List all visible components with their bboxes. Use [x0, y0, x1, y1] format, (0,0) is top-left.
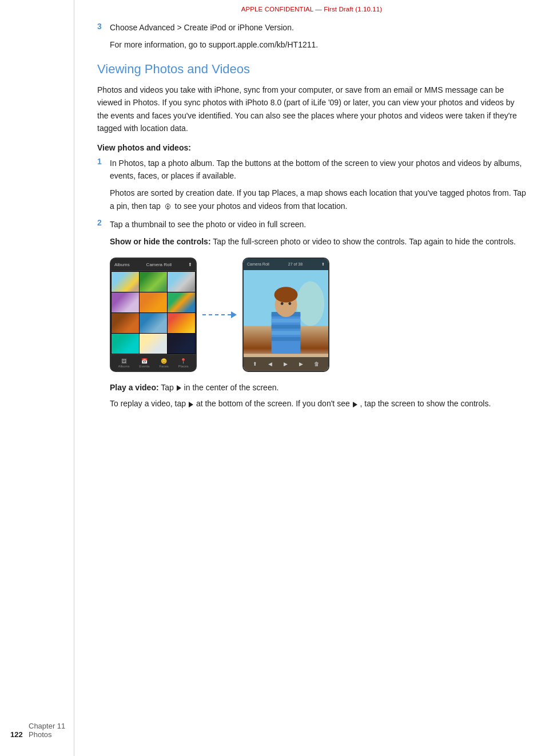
play-text: Tap: [161, 383, 176, 392]
step-2-num: 2: [97, 218, 108, 227]
svg-point-13: [274, 287, 298, 302]
replay-text-3: , tap the screen to show the controls.: [360, 399, 491, 408]
full-header-icon: ⬆: [321, 262, 325, 267]
iphone-full-footer: ⬆ ◀ ▶ ▶ 🗑: [244, 357, 328, 371]
dotted-arrow: [202, 311, 237, 318]
image-row: Albums Camera Roll ⬆: [110, 258, 526, 372]
chapter-label: Chapter 11 Photos: [29, 722, 74, 739]
arrow-connector: [197, 311, 242, 318]
grid-header-title: Camera Roll: [146, 262, 172, 267]
svg-point-14: [281, 302, 284, 305]
numbered-step-1: 1 In Photos, tap a photo album. Tap the …: [97, 157, 526, 183]
page-number: 122: [10, 730, 23, 739]
grid-cell-11: [140, 334, 167, 354]
replay-para: To replay a video, tap at the bottom of …: [110, 397, 526, 410]
numbered-step-2: 2 Tap a thumbnail to see the photo or vi…: [97, 218, 526, 231]
section-intro: Photos and videos you take with iPhone, …: [97, 84, 526, 135]
grid-cell-12: [168, 334, 195, 354]
content-area: APPLE CONFIDENTIAL — First Draft (1.10.1…: [74, 0, 549, 756]
ctrl-prev: ◀: [268, 361, 272, 367]
step-3: 3 Choose Advanced > Create iPod or iPhon…: [97, 22, 526, 34]
svg-rect-8: [272, 319, 301, 323]
iphone-full-header: Camera Roll 27 of 38 ⬆: [244, 259, 328, 270]
full-header-title: Camera Roll: [247, 262, 269, 266]
show-hide-label: Show or hide the controls:: [110, 237, 211, 246]
show-hide-text: Tap the full-screen photo or video to sh…: [213, 237, 516, 246]
footer-albums: 🖼 Albums: [118, 358, 129, 368]
grid-cell-4: [112, 292, 139, 312]
play-para: Play a video: Tap in the center of the s…: [110, 381, 526, 394]
step-2-text: Tap a thumbnail to see the photo or vide…: [110, 218, 526, 231]
ctrl-play: ▶: [284, 361, 288, 367]
footer-faces: 😊 Faces: [159, 358, 168, 368]
iphone-fullscreen-screenshot: Camera Roll 27 of 38 ⬆: [242, 258, 329, 372]
person-photo-svg: [244, 258, 328, 372]
ctrl-trash: 🗑: [314, 361, 319, 367]
subsection-title: View photos and videos:: [97, 143, 526, 152]
grid-cell-6: [168, 292, 195, 312]
iphone-grid-screenshot: Albums Camera Roll ⬆: [110, 258, 197, 372]
step-1-indent: Photos are sorted by creation date. If y…: [110, 187, 526, 212]
replay-play-icon-2: [353, 402, 357, 407]
replay-text-1: To replay a video, tap: [110, 399, 188, 408]
iphone-grid-footer: 🖼 Albums 📅 Events 😊 Faces 📍 Places: [111, 354, 196, 371]
play-text-2: in the center of the screen.: [184, 383, 279, 392]
grid-cell-5: [140, 292, 167, 312]
svg-point-1: [167, 205, 169, 207]
footer-events: 📅 Events: [139, 358, 149, 368]
grid-header-icon: ⬆: [188, 262, 192, 267]
left-margin: 122 Chapter 11 Photos: [0, 0, 74, 756]
replay-play-icon: [189, 402, 193, 407]
grid-cell-7: [112, 313, 139, 333]
step-3-number: 3: [97, 22, 110, 31]
svg-rect-10: [272, 331, 301, 335]
iphone-grid-header: Albums Camera Roll ⬆: [111, 259, 196, 271]
grid-cell-8: [140, 313, 167, 333]
ctrl-share: ⬆: [253, 361, 257, 367]
photo-main: [244, 259, 328, 371]
show-hide-indent: Show or hide the controls: Tap the full-…: [110, 235, 526, 248]
arrow-head: [231, 311, 237, 318]
more-info: For more information, go to support.appl…: [110, 39, 526, 52]
full-header-count: 27 of 38: [288, 262, 303, 266]
ctrl-next: ▶: [299, 361, 303, 367]
grid-header-albums: Albums: [114, 262, 130, 267]
grid-cell-3: [168, 272, 195, 292]
location-icon: [163, 201, 175, 211]
grid-cell-9: [168, 313, 195, 333]
play-label: Play a video:: [110, 383, 159, 392]
grid-cell-2: [140, 272, 167, 292]
grid-photos: [111, 271, 196, 354]
svg-point-5: [297, 281, 325, 326]
step-1-num: 1: [97, 157, 108, 166]
section-title: Viewing Photos and Videos: [97, 61, 526, 78]
footer-places: 📍 Places: [178, 358, 189, 368]
svg-rect-11: [272, 337, 301, 341]
step-3-text: Choose Advanced > Create iPod or iPhone …: [110, 22, 526, 34]
replay-text-2: at the bottom of the screen. If you don'…: [196, 399, 352, 408]
dotted-line: [202, 314, 231, 315]
svg-rect-9: [272, 324, 301, 328]
page-container: 122 Chapter 11 Photos APPLE CONFIDENTIAL…: [0, 0, 549, 756]
grid-cell-1: [112, 272, 139, 292]
svg-rect-3: [167, 208, 169, 209]
play-triangle-icon: [177, 385, 181, 391]
grid-cell-10: [112, 334, 139, 354]
svg-point-15: [288, 302, 291, 305]
confidential-banner: APPLE CONFIDENTIAL — First Draft (1.10.1…: [97, 0, 526, 22]
step-1-text: In Photos, tap a photo album. Tap the bu…: [110, 157, 526, 183]
